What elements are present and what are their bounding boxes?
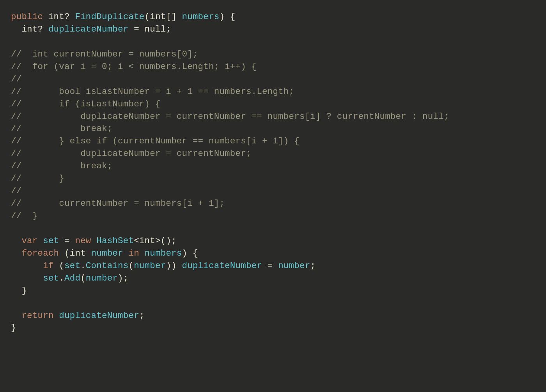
code-token-punct xyxy=(54,311,59,321)
code-line: public int? FindDuplicate(int[] numbers)… xyxy=(11,12,236,22)
code-token-punct: } xyxy=(11,286,27,296)
code-token-punct: ( xyxy=(54,261,64,271)
code-token-punct: )) xyxy=(166,261,182,271)
code-line: if (set.Contains(number)) duplicateNumbe… xyxy=(11,261,316,271)
code-token-type: int[] xyxy=(150,12,177,22)
code-token-ident: set xyxy=(43,236,59,246)
code-line: // break; xyxy=(11,161,112,171)
code-token-punct: ); xyxy=(118,273,128,283)
code-line: // bool isLastNumber = i + 1 == numbers.… xyxy=(11,87,294,97)
code-token-punct: ( xyxy=(59,248,69,258)
code-token-comment: // for (var i = 0; i < numbers.Length; i… xyxy=(11,62,257,72)
code-line: // currentNumber = numbers[i + 1]; xyxy=(11,198,225,208)
code-token-comment: // break; xyxy=(11,124,112,134)
code-token-ident: duplicateNumber xyxy=(182,261,262,271)
code-token-op: = xyxy=(134,24,139,34)
code-token-punct xyxy=(11,248,21,258)
code-line: // int currentNumber = numbers[0]; xyxy=(11,49,198,59)
code-token-ident: number xyxy=(134,261,166,271)
code-line: // xyxy=(11,74,21,84)
code-token-punct: } xyxy=(11,323,16,333)
code-token-comment: // xyxy=(11,74,21,84)
code-token-punct xyxy=(11,311,21,321)
code-line: // duplicateNumber = currentNumber; xyxy=(11,148,252,159)
code-token-param: numbers xyxy=(182,12,220,22)
code-token-punct: ) { xyxy=(182,248,198,258)
code-line: // for (var i = 0; i < numbers.Length; i… xyxy=(11,62,257,72)
code-token-comment: // break; xyxy=(11,161,112,171)
code-token-punct: ; xyxy=(139,311,145,321)
code-line: // xyxy=(11,186,21,196)
code-token-kw: return xyxy=(21,311,53,321)
code-line: // break; xyxy=(11,124,112,134)
code-token-type: int? xyxy=(21,24,43,34)
code-token-punct xyxy=(123,248,129,258)
code-token-comment: // duplicateNumber = currentNumber == nu… xyxy=(11,111,449,122)
code-token-func: HashSet xyxy=(96,236,134,246)
code-token-punct: . xyxy=(59,273,64,283)
code-token-punct xyxy=(11,261,43,271)
code-token-punct xyxy=(262,261,268,271)
code-token-ident: number xyxy=(278,261,310,271)
code-token-comment: // if (isLastNumber) { xyxy=(11,99,161,109)
code-token-punct: ( xyxy=(80,273,86,283)
code-token-ident: number xyxy=(91,248,123,258)
code-token-punct xyxy=(43,12,48,22)
code-token-ident: numbers xyxy=(145,248,182,258)
code-line: foreach (int number in numbers) { xyxy=(11,248,198,258)
code-token-kw: in xyxy=(128,248,139,258)
code-token-comment: // } xyxy=(11,173,64,184)
code-token-punct xyxy=(128,24,134,34)
code-token-kw: var xyxy=(21,236,37,246)
code-token-punct xyxy=(43,24,48,34)
code-token-punct: ; xyxy=(310,261,316,271)
code-token-kw: new xyxy=(75,236,91,246)
code-token-kw: if xyxy=(43,261,53,271)
code-token-punct xyxy=(70,236,75,246)
code-token-ident: duplicateNumber xyxy=(59,311,139,321)
code-line: return duplicateNumber; xyxy=(11,311,145,321)
code-token-punct xyxy=(11,236,21,246)
code-token-punct xyxy=(91,236,97,246)
code-token-kw: foreach xyxy=(21,248,59,258)
code-token-punct: . xyxy=(80,261,86,271)
code-token-punct xyxy=(273,261,278,271)
code-token-type: int? xyxy=(48,12,70,22)
code-line: // } xyxy=(11,211,38,221)
code-line: // if (isLastNumber) { xyxy=(11,99,161,109)
code-token-type: int xyxy=(139,236,155,246)
code-token-func: Add xyxy=(64,273,80,283)
code-token-ident: set xyxy=(64,261,80,271)
code-token-punct: < xyxy=(134,236,139,246)
code-token-kw: public xyxy=(11,12,43,22)
code-token-punct xyxy=(11,24,21,34)
code-token-punct: ; xyxy=(166,24,171,34)
code-token-lit: null xyxy=(145,24,166,34)
code-token-punct xyxy=(38,236,43,246)
code-token-func: Contains xyxy=(86,261,129,271)
code-token-punct xyxy=(11,273,43,283)
code-token-comment: // int currentNumber = numbers[0]; xyxy=(11,49,198,59)
code-token-punct xyxy=(70,12,75,22)
code-token-comment: // } else if (currentNumber == numbers[i… xyxy=(11,136,300,146)
code-token-op: = xyxy=(268,261,273,271)
code-token-comment: // duplicateNumber = currentNumber; xyxy=(11,148,252,159)
code-token-punct xyxy=(139,24,145,34)
code-token-punct xyxy=(177,12,182,22)
code-token-punct: ( xyxy=(145,12,150,22)
code-line: } xyxy=(11,286,27,296)
code-token-op: = xyxy=(64,236,70,246)
code-token-punct: ( xyxy=(128,261,134,271)
code-line: // } else if (currentNumber == numbers[i… xyxy=(11,136,300,146)
code-token-type: int xyxy=(70,248,86,258)
code-block: public int? FindDuplicate(int[] numbers)… xyxy=(0,0,546,345)
code-line: var set = new HashSet<int>(); xyxy=(11,236,177,246)
code-token-punct xyxy=(139,248,145,258)
code-line: // } xyxy=(11,173,64,184)
code-token-ident: duplicateNumber xyxy=(48,24,129,34)
code-token-func: FindDuplicate xyxy=(75,12,144,22)
code-token-comment: // xyxy=(11,186,21,196)
code-token-comment: // bool isLastNumber = i + 1 == numbers.… xyxy=(11,87,294,97)
code-line: set.Add(number); xyxy=(11,273,128,283)
code-token-punct: >(); xyxy=(155,236,177,246)
